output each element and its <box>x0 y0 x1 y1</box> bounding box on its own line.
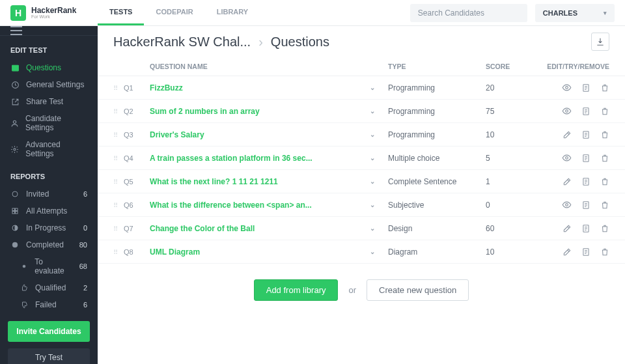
table-row: ⠿Q7Change the Color of the Ball⌄Design60 <box>98 217 625 240</box>
remove-icon[interactable] <box>600 176 609 186</box>
topnav: TESTSCODEPAIRLIBRARY <box>98 0 260 25</box>
view-icon[interactable] <box>562 153 572 163</box>
grid-icon <box>10 206 20 216</box>
edit-icon[interactable] <box>562 247 572 257</box>
edit-test-heading: EDIT TEST <box>0 36 98 59</box>
view-icon[interactable] <box>562 83 572 92</box>
sidebar-item-qualified[interactable]: Qualified2 <box>0 279 98 296</box>
sidebar-item-failed[interactable]: Failed6 <box>0 296 98 313</box>
remove-icon[interactable] <box>600 223 609 233</box>
add-from-library-button[interactable]: Add from library <box>254 279 339 301</box>
try-icon[interactable] <box>581 83 590 92</box>
table-row: ⠿Q6What is the difference between <span>… <box>98 193 625 217</box>
try-icon[interactable] <box>581 223 590 233</box>
drag-handle-icon[interactable]: ⠿ <box>113 155 118 162</box>
sidebar-item-invited[interactable]: Invited6 <box>0 186 98 203</box>
user-dropdown[interactable]: CHARLES ▾ <box>535 4 615 22</box>
sidebar: EDIT TEST QuestionsGeneral SettingsShare… <box>0 26 98 364</box>
question-name-link[interactable]: Sum of 2 numbers in an array <box>150 107 260 116</box>
try-icon[interactable] <box>581 153 590 163</box>
expand-chevron-icon[interactable]: ⌄ <box>370 131 375 138</box>
expand-chevron-icon[interactable]: ⌄ <box>370 84 375 91</box>
drag-handle-icon[interactable]: ⠿ <box>113 202 118 209</box>
view-icon[interactable] <box>562 200 572 210</box>
main: HackerRank SW Chal... › Questions QUESTI… <box>98 26 625 364</box>
try-icon[interactable] <box>581 176 590 186</box>
drag-handle-icon[interactable]: ⠿ <box>113 108 118 115</box>
try-test-button[interactable]: Try Test <box>8 348 90 364</box>
remove-icon[interactable] <box>600 130 609 139</box>
sidebar-item-completed[interactable]: Completed80 <box>0 236 98 253</box>
try-icon[interactable] <box>581 106 590 116</box>
remove-icon[interactable] <box>600 200 609 210</box>
question-type: Design <box>388 224 486 233</box>
try-icon[interactable] <box>581 247 590 257</box>
invite-candidates-button[interactable]: Invite Candidates <box>8 321 90 342</box>
logo-brand: HackerRank <box>31 7 76 14</box>
header-actions: EDIT/TRY/REMOVE <box>538 63 609 70</box>
sidebar-item-all-attempts[interactable]: All Attempts <box>0 203 98 219</box>
try-icon[interactable] <box>581 130 590 139</box>
sidebar-item-general-settings[interactable]: General Settings <box>0 76 98 93</box>
sidebar-item-in-progress[interactable]: In Progress0 <box>0 219 98 236</box>
hamburger-icon[interactable] <box>10 26 22 35</box>
edit-icon[interactable] <box>562 176 572 186</box>
sidebar-item-share-test[interactable]: Share Test <box>0 93 98 110</box>
question-name-link[interactable]: Driver's Salary <box>150 130 204 139</box>
breadcrumb-test-name[interactable]: HackerRank SW Chal... <box>113 35 251 49</box>
question-name-link[interactable]: What is the next line? 1 11 21 1211 <box>150 177 278 186</box>
search-input[interactable]: Search Candidates <box>410 4 527 22</box>
question-name-link[interactable]: FizzBuzz <box>150 83 183 92</box>
chevron-right-icon: › <box>258 35 263 49</box>
view-icon[interactable] <box>562 106 572 116</box>
question-name-link[interactable]: A train passes a station platform in 36 … <box>150 154 312 163</box>
remove-icon[interactable] <box>600 106 609 116</box>
remove-icon[interactable] <box>600 247 609 257</box>
question-number: Q4 <box>124 154 150 162</box>
download-icon <box>596 37 605 46</box>
sidebar-item-advanced-settings[interactable]: Advanced Settings <box>0 136 98 162</box>
sidebar-item-to-evaluate[interactable]: To evaluate68 <box>0 253 98 279</box>
breadcrumb: HackerRank SW Chal... › Questions <box>98 26 625 57</box>
question-number: Q7 <box>124 225 150 232</box>
edit-icon[interactable] <box>562 130 572 139</box>
sidebar-item-count: 6 <box>83 301 87 309</box>
drag-handle-icon[interactable]: ⠿ <box>113 178 118 186</box>
topnav-library[interactable]: LIBRARY <box>205 0 260 25</box>
edit-icon[interactable] <box>562 223 572 233</box>
drag-handle-icon[interactable]: ⠿ <box>113 85 118 92</box>
expand-chevron-icon[interactable]: ⌄ <box>370 225 375 232</box>
drag-handle-icon[interactable]: ⠿ <box>113 249 118 256</box>
try-icon[interactable] <box>581 200 590 210</box>
expand-chevron-icon[interactable]: ⌄ <box>370 154 375 161</box>
question-name-link[interactable]: Change the Color of the Ball <box>150 224 255 233</box>
sidebar-item-candidate-settings[interactable]: Candidate Settings <box>0 110 98 136</box>
download-button[interactable] <box>591 33 609 51</box>
expand-chevron-icon[interactable]: ⌄ <box>370 178 375 185</box>
sidebar-item-label: All Attempts <box>26 206 67 216</box>
svg-point-19 <box>566 110 568 113</box>
sidebar-item-label: To evaluate <box>35 257 72 275</box>
sidebar-item-count: 6 <box>83 190 87 198</box>
topnav-tests[interactable]: TESTS <box>98 0 144 25</box>
question-name-link[interactable]: UML Diagram <box>150 247 200 257</box>
expand-chevron-icon[interactable]: ⌄ <box>370 201 375 208</box>
topnav-codepair[interactable]: CODEPAIR <box>144 0 204 25</box>
drag-handle-icon[interactable]: ⠿ <box>113 132 118 139</box>
chevron-down-icon: ▾ <box>604 10 607 16</box>
question-type: Programming <box>388 107 486 116</box>
sidebar-item-questions[interactable]: Questions <box>0 59 98 76</box>
sidebar-item-label: Questions <box>26 63 61 72</box>
remove-icon[interactable] <box>600 153 609 163</box>
svg-rect-10 <box>16 212 18 214</box>
logo[interactable]: H HackerRank For Work <box>0 5 98 21</box>
remove-icon[interactable] <box>600 83 609 92</box>
expand-chevron-icon[interactable]: ⌄ <box>370 107 375 115</box>
table-row: ⠿Q3Driver's Salary⌄Programming10 <box>98 123 625 147</box>
question-name-link[interactable]: What is the difference between <span> an… <box>150 201 312 210</box>
expand-chevron-icon[interactable]: ⌄ <box>370 248 375 255</box>
question-number: Q8 <box>124 248 150 256</box>
create-new-question-button[interactable]: Create new question <box>367 279 469 301</box>
drag-handle-icon[interactable]: ⠿ <box>113 225 118 232</box>
question-number: Q1 <box>124 84 150 92</box>
